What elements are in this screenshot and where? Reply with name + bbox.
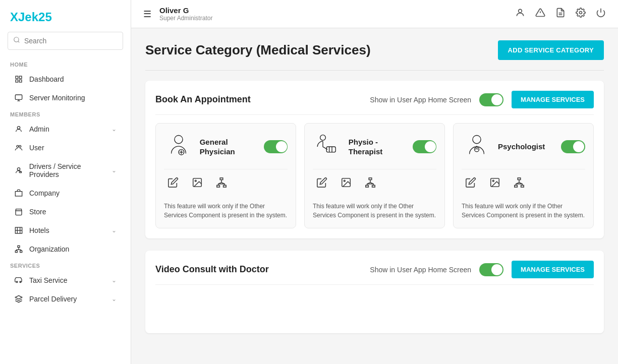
edit-icon-pt[interactable] [313,173,331,192]
video-consult-section: Video Consult with Doctor Show in User A… [145,251,604,333]
power-icon[interactable] [596,8,606,20]
page-content: Service Category (Medical Services) ADD … [131,28,618,364]
general-physician-icon [164,132,194,162]
person-header-icon[interactable] [515,8,525,20]
sidebar-item-drivers[interactable]: Drivers / Service Providers ⌄ [4,157,127,184]
document-icon[interactable] [555,8,566,20]
card-actions-ps [462,169,585,196]
sidebar-section-members: MEMBERS Admin ⌄ User Drivers / Service P… [0,107,131,258]
svg-rect-5 [19,80,22,82]
video-consult-toggle[interactable] [479,263,503,276]
book-appointment-toggle[interactable] [479,93,503,106]
search-icon [13,36,20,45]
image-icon-ps[interactable] [486,173,504,192]
chevron-down-icon-drivers: ⌄ [111,167,117,174]
general-physician-toggle[interactable] [264,140,288,153]
store-icon [14,208,23,216]
sidebar-item-dashboard[interactable]: Dashboard [4,70,127,88]
svg-point-12 [17,168,20,170]
video-consult-title: Video Consult with Doctor [155,264,269,275]
svg-rect-21 [20,251,22,252]
svg-rect-72 [521,186,524,188]
svg-point-50 [320,135,326,141]
header-left: ☰ Oliver G Super Administrator [143,6,212,22]
svg-rect-42 [217,186,220,188]
toggle-slider-pt [413,140,436,153]
section-header-right: Show in User App Home Screen MANAGE SERV… [370,91,594,108]
psychologist-toggle[interactable] [561,140,585,153]
physio-therapist-toggle[interactable] [413,140,436,153]
toggle-slider [479,93,503,106]
settings-icon[interactable] [576,8,586,20]
alert-icon[interactable] [535,8,545,20]
manage-services-button-book[interactable]: MANAGE SERVICES [512,91,594,108]
sidebar-item-taxi[interactable]: Taxi Service ⌄ [4,271,127,289]
svg-rect-70 [518,178,521,180]
car-icon [14,276,23,284]
sidebar-item-store[interactable]: Store [4,203,127,221]
svg-line-1 [18,41,20,43]
video-consult-cards-row [155,293,594,323]
svg-rect-58 [372,186,375,188]
svg-point-0 [14,37,19,42]
service-cards-row: General Physician [155,123,594,228]
book-appointment-header: Book An Appointment Show in User App Hom… [155,91,594,115]
image-icon-pt[interactable] [337,173,355,192]
card-info-gp: General Physician [164,132,264,162]
search-container [8,32,123,50]
chevron-down-icon-taxi: ⌄ [111,277,117,284]
taxi-label: Taxi Service [29,276,67,284]
svg-rect-3 [19,76,22,79]
sidebar-item-parcel[interactable]: Parcel Delivery ⌄ [4,290,127,308]
logo: XJek25 [0,0,131,32]
sidebar-item-server-monitoring[interactable]: Server Monitoring [4,89,127,107]
sidebar-item-organization[interactable]: Organization [4,240,127,258]
toggle-label-book: Show in User App Home Screen [370,96,471,104]
hierarchy-icon-pt[interactable] [361,173,379,192]
book-appointment-section: Book An Appointment Show in User App Hom… [145,81,604,238]
svg-point-33 [580,12,582,14]
card-info-pt: Physio - Therapist [313,132,413,162]
sidebar-item-hotels[interactable]: Hotels ⌄ [4,221,127,239]
add-service-category-button[interactable]: ADD SERVICE CATEGORY [498,40,604,60]
header: ☰ Oliver G Super Administrator [131,0,618,28]
page-header: Service Category (Medical Services) ADD … [145,40,604,60]
logo-text2: 25 [38,10,52,24]
physio-therapist-name: Physio - Therapist [349,137,413,157]
svg-rect-41 [220,178,223,180]
sidebar-item-company[interactable]: Company [4,184,127,202]
sidebar-item-user[interactable]: User [4,139,127,157]
card-header-pt: Physio - Therapist [313,132,436,162]
svg-rect-56 [369,178,372,180]
header-user-info: Oliver G Super Administrator [159,6,212,22]
svg-rect-6 [15,95,22,99]
psychologist-card: Psychologist [453,123,594,228]
book-appointment-title: Book An Appointment [155,94,251,105]
physio-therapist-icon [313,132,343,162]
user-role: Super Administrator [159,15,212,22]
menu-icon[interactable]: ☰ [143,9,151,20]
admin-label: Admin [29,125,49,133]
card-note-ps: This feature will work only if the Other… [462,202,585,220]
card-header-gp: General Physician [164,132,288,162]
edit-icon-gp[interactable] [164,173,182,192]
svg-rect-4 [16,80,18,82]
toggle-slider-vc [479,263,503,276]
toggle-label-vc: Show in User App Home Screen [370,266,471,274]
hierarchy-icon-ps[interactable] [510,173,528,192]
hierarchy-icon-gp[interactable] [212,173,231,192]
search-input[interactable] [24,37,118,45]
section-label-members: MEMBERS [0,107,131,119]
sidebar-item-admin[interactable]: Admin ⌄ [4,120,127,138]
video-consult-header: Video Consult with Doctor Show in User A… [155,261,594,285]
hotel-icon [14,226,23,234]
main-content: ☰ Oliver G Super Administrator [131,0,618,364]
company-label: Company [29,189,60,197]
page-title: Service Category (Medical Services) [145,42,371,58]
card-actions-gp [164,169,288,196]
toggle-slider-ps [561,140,585,153]
image-icon-gp[interactable] [188,173,206,192]
manage-services-button-vc[interactable]: MANAGE SERVICES [512,261,594,278]
svg-point-35 [175,136,183,144]
edit-icon-ps[interactable] [462,173,480,192]
